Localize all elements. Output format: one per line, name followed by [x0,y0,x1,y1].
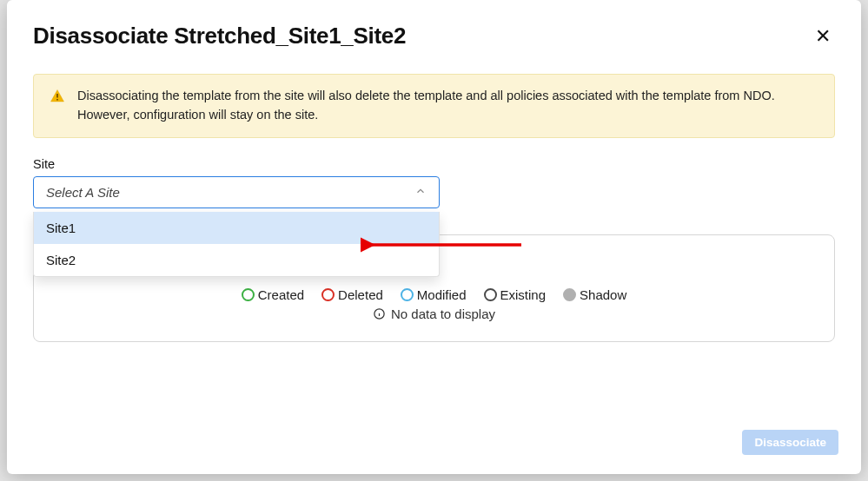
legend-label-deleted: Deleted [338,287,383,302]
no-data-text: No data to display [391,306,495,321]
legend-label-existing: Existing [500,287,547,302]
site-dropdown: Site1 Site2 [33,212,440,277]
legend-label-shadow: Shadow [580,287,626,302]
close-icon: ✕ [815,25,831,48]
close-button[interactable]: ✕ [811,24,835,49]
legend-circle-existing [484,288,497,301]
legend-circle-shadow [563,288,576,301]
site-select-wrapper: Select A Site Site1 Site2 [33,176,440,208]
site-option-site1[interactable]: Site1 [34,212,439,244]
modal-footer: Disassociate [7,416,861,474]
site-select-placeholder: Select A Site [46,185,120,200]
site-option-site2[interactable]: Site2 [34,244,439,276]
legend-circle-created [242,288,255,301]
site-label: Site [33,157,835,171]
legend-created: Created [242,287,304,302]
modal-header: Disassociate Stretched_Site1_Site2 ✕ [7,0,861,56]
disassociate-modal: Disassociate Stretched_Site1_Site2 ✕ Dis… [7,0,861,474]
warning-text: Disassociating the template from the sit… [77,87,818,125]
warning-icon [50,89,65,110]
svg-rect-0 [56,94,58,98]
disassociate-button[interactable]: Disassociate [742,430,838,455]
legend-circle-deleted [321,288,335,301]
chevron-up-icon [414,185,427,200]
warning-alert: Disassociating the template from the sit… [33,74,835,138]
legend-row: Created Deleted Modified Existing Shadow [55,287,813,302]
site-select[interactable]: Select A Site [33,176,440,208]
no-data-row: No data to display [55,306,813,321]
modal-title: Disassociate Stretched_Site1_Site2 [33,23,406,49]
svg-rect-1 [56,99,58,101]
legend-modified: Modified [401,287,467,302]
legend-deleted: Deleted [321,287,383,302]
legend-label-modified: Modified [417,287,467,302]
info-icon [373,307,386,320]
modal-body: Disassociating the template from the sit… [7,56,861,342]
legend-label-created: Created [258,287,304,302]
legend-circle-modified [401,288,414,301]
legend-existing: Existing [484,287,547,302]
legend-shadow: Shadow [563,287,626,302]
